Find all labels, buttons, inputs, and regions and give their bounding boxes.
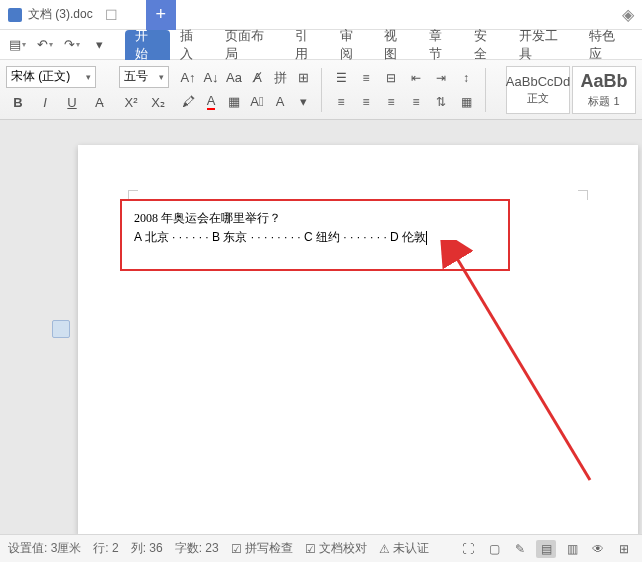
style-label: 正文 xyxy=(527,91,549,106)
separator xyxy=(485,68,486,112)
tab-page-layout[interactable]: 页面布局 xyxy=(215,30,285,60)
tab-start[interactable]: 开始 xyxy=(125,30,170,60)
style-preview: AaBbCcDd xyxy=(506,74,570,89)
ribbon-tabs: 开始 插入 页面布局 引用 审阅 视图 章节 安全 开发工具 特色应 xyxy=(125,30,636,60)
align-right-button[interactable]: ≡ xyxy=(380,91,402,113)
fullscreen-button[interactable]: ⛶ xyxy=(458,540,478,558)
web-layout-button[interactable]: ⊞ xyxy=(614,540,634,558)
ribbon: 宋体 (正文) ▾ B I U A̵ 五号 ▾ X² X₂ A↑ A↓ Aa A… xyxy=(0,60,642,120)
subscript-button[interactable]: X₂ xyxy=(146,92,170,114)
styles-gallery: AaBbCcDd 正文 AaBb 标题 1 xyxy=(506,66,636,114)
shading-button[interactable]: ▦ xyxy=(224,91,244,113)
char-border-button[interactable]: A⃞ xyxy=(247,91,267,113)
para-shading-button[interactable]: ▦ xyxy=(455,91,477,113)
text-cursor xyxy=(426,231,427,245)
more-font-button[interactable]: ▾ xyxy=(293,91,313,113)
bullet-list-button[interactable]: ☰ xyxy=(330,67,352,89)
status-row[interactable]: 行: 2 xyxy=(93,540,118,557)
document-area[interactable]: 2008 年奥运会在哪里举行？ A 北京 · · · · · · B 东京 · … xyxy=(0,120,642,534)
paragraph-tools: ☰ ≡ ⊟ ⇤ ⇥ ↕ ≡ ≡ ≡ ≡ ⇅ ▦ xyxy=(330,67,477,113)
document-tab[interactable]: 文档 (3).doc ☐ xyxy=(0,0,138,30)
font-color-button[interactable]: A xyxy=(201,91,221,113)
document-text-line2[interactable]: A 北京 · · · · · · B 东京 · · · · · · · · C … xyxy=(134,228,496,247)
style-label: 标题 1 xyxy=(588,94,619,109)
strike-button[interactable]: A̵ xyxy=(87,92,111,114)
superscript-button[interactable]: X² xyxy=(119,92,143,114)
redo-button[interactable]: ↷▾ xyxy=(61,34,84,56)
new-tab-button[interactable]: + xyxy=(146,0,176,30)
align-center-button[interactable]: ≡ xyxy=(355,91,377,113)
clear-format-button[interactable]: A̸ xyxy=(247,67,267,89)
align-left-button[interactable]: ≡ xyxy=(330,91,352,113)
status-bar: 设置值: 3厘米 行: 2 列: 36 字数: 23 ☑ 拼写检查 ☑ 文档校对… xyxy=(0,534,642,562)
annotation-highlight-box: 2008 年奥运会在哪里举行？ A 北京 · · · · · · B 东京 · … xyxy=(120,199,510,271)
tab-window-icon[interactable]: ☐ xyxy=(105,7,118,23)
text-effect-button[interactable]: A xyxy=(270,91,290,113)
tab-view[interactable]: 视图 xyxy=(374,30,419,60)
justify-button[interactable]: ≡ xyxy=(405,91,427,113)
decrease-indent-button[interactable]: ⇤ xyxy=(405,67,427,89)
print-layout-button[interactable]: ▤ xyxy=(536,540,556,558)
chevron-down-icon: ▾ xyxy=(159,72,164,82)
edit-button[interactable]: ✎ xyxy=(510,540,530,558)
section-nav-icon[interactable] xyxy=(52,320,70,338)
increase-indent-button[interactable]: ⇥ xyxy=(430,67,452,89)
tab-features[interactable]: 特色应 xyxy=(579,30,636,60)
font-name-value: 宋体 (正文) xyxy=(11,68,70,85)
tab-insert[interactable]: 插入 xyxy=(170,30,215,60)
tab-review[interactable]: 审阅 xyxy=(330,30,375,60)
font-size-select[interactable]: 五号 ▾ xyxy=(119,66,169,88)
outline-button[interactable]: ▥ xyxy=(562,540,582,558)
bold-button[interactable]: B xyxy=(6,92,30,114)
status-proofread[interactable]: ☑ 文档校对 xyxy=(305,540,367,557)
style-normal[interactable]: AaBbCcDd 正文 xyxy=(506,66,570,114)
tab-devtools[interactable]: 开发工具 xyxy=(509,30,579,60)
document-text-line1[interactable]: 2008 年奥运会在哪里举行？ xyxy=(134,209,496,228)
title-right-icon[interactable]: ◈ xyxy=(622,5,642,24)
underline-button[interactable]: U xyxy=(60,92,84,114)
quick-access-bar: ▤▾ ↶▾ ↷▾ ▾ 开始 插入 页面布局 引用 审阅 视图 章节 安全 开发工… xyxy=(0,30,642,60)
highlight-button[interactable]: 🖍 xyxy=(178,91,198,113)
style-preview: AaBb xyxy=(580,71,627,92)
line-spacing-button[interactable]: ⇅ xyxy=(430,91,452,113)
status-col[interactable]: 列: 36 xyxy=(131,540,163,557)
title-bar: 文档 (3).doc ☐ + ◈ xyxy=(0,0,642,30)
status-charcount[interactable]: 字数: 23 xyxy=(175,540,219,557)
phonetic-button[interactable]: 拼 xyxy=(270,67,290,89)
border-char-button[interactable]: ⊞ xyxy=(293,67,313,89)
tab-security[interactable]: 安全 xyxy=(464,30,509,60)
word-doc-icon xyxy=(8,8,22,22)
read-layout-button[interactable]: ▢ xyxy=(484,540,504,558)
separator xyxy=(321,68,322,112)
font-size-value: 五号 xyxy=(124,68,148,85)
eye-protect-button[interactable]: 👁 xyxy=(588,540,608,558)
status-setting[interactable]: 设置值: 3厘米 xyxy=(8,540,81,557)
quick-dropdown[interactable]: ▾ xyxy=(88,34,111,56)
grow-font-button[interactable]: A↑ xyxy=(178,67,198,89)
font-tools: A↑ A↓ Aa A̸ 拼 ⊞ 🖍 A ▦ A⃞ A ▾ xyxy=(178,67,313,113)
page[interactable]: 2008 年奥运会在哪里举行？ A 北京 · · · · · · B 东京 · … xyxy=(78,145,638,534)
margin-corner-icon xyxy=(578,190,588,200)
font-name-select[interactable]: 宋体 (正文) ▾ xyxy=(6,66,96,88)
status-view-controls: ⛶ ▢ ✎ ▤ ▥ 👁 ⊞ xyxy=(458,540,634,558)
status-spellcheck[interactable]: ☑ 拼写检查 xyxy=(231,540,293,557)
shrink-font-button[interactable]: A↓ xyxy=(201,67,221,89)
style-heading1[interactable]: AaBb 标题 1 xyxy=(572,66,636,114)
italic-button[interactable]: I xyxy=(33,92,57,114)
document-filename: 文档 (3).doc xyxy=(28,6,93,23)
multilevel-list-button[interactable]: ⊟ xyxy=(380,67,402,89)
tab-section[interactable]: 章节 xyxy=(419,30,464,60)
change-case-button[interactable]: Aa xyxy=(224,67,244,89)
tab-reference[interactable]: 引用 xyxy=(285,30,330,60)
menu-button[interactable]: ▤▾ xyxy=(6,34,29,56)
chevron-down-icon: ▾ xyxy=(86,72,91,82)
status-auth[interactable]: ⚠ 未认证 xyxy=(379,540,429,557)
sort-button[interactable]: ↕ xyxy=(455,67,477,89)
undo-button[interactable]: ↶▾ xyxy=(33,34,56,56)
number-list-button[interactable]: ≡ xyxy=(355,67,377,89)
